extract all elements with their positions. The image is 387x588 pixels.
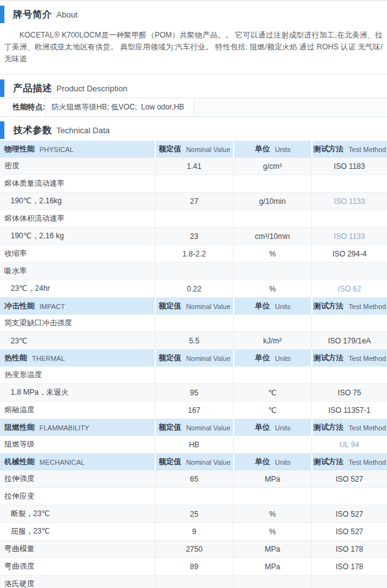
group-title-zh: 冲击性能 [4,301,34,312]
row-test-method: ISO 75 [311,384,387,401]
col-header-method-en: Test Method [349,146,386,153]
row-nominal-value [155,175,233,192]
row-property-name: 吸水率 [0,263,155,280]
row-property-name: 1.8 MPa，未退火 [0,384,155,401]
table-row: 熔融温度167℃ISO 11357-1 [0,402,387,419]
row-property-name: 阻燃等级 [0,436,155,453]
row-test-method: ISO 178 [311,558,387,575]
col-header-value-zh: 额定值 [158,144,181,155]
table-row: 1.8 MPa，未退火95℃ISO 75 [0,384,387,402]
section-title-zh: 产品描述 [13,83,52,94]
group-header-name: 物理性能PHYSICAL [0,141,155,158]
col-header-method-zh: 测试方法 [314,457,344,467]
page-top-border [0,0,387,1]
table-row: 拉伸强度65MPaISO 527 [0,470,387,488]
datasheet-page: 牌号简介 About KOCETAL® K700LOCM是一种聚甲醛（POM）共… [0,0,387,588]
row-property-name: 简支梁缺口冲击强度 [0,315,155,332]
col-header-units-en: Units [275,303,291,310]
col-header-units: 单位Units [233,454,311,470]
section-title-en: Product Description [56,84,127,93]
row-nominal-value: 2750 [155,540,233,557]
col-header-units-en: Units [275,459,291,466]
table-row: 弯曲模量2750MPaISO 178 [0,540,387,558]
col-header-units: 单位Units [233,350,311,367]
col-header-units-zh: 单位 [255,422,270,433]
group-header-name: 阻燃性能FLAMMABILITY [0,419,155,436]
col-header-value: 额定值Nominal Value [155,350,233,367]
col-header-value-en: Nominal Value [186,459,230,466]
group-title-zh: 物理性能 [4,144,34,155]
section-header-about: 牌号简介 About [0,5,387,24]
row-test-method: ISO 178 [311,540,387,557]
row-test-method: ISO 1183 [311,158,387,175]
row-units: ℃ [233,384,311,401]
row-property-name: 拉伸应变 [0,488,155,505]
col-header-value-en: Nominal Value [186,146,230,153]
row-test-method [311,175,387,192]
row-units: g/10min [233,193,311,210]
feature-label: 性能特点: [0,98,45,116]
col-header-units-zh: 单位 [255,144,270,155]
feature-value: 防火阻燃等级HB; 低VOC; Low odor,HB [45,98,194,116]
row-property-name: 断裂，23℃ [0,505,155,522]
row-test-method: ISO 11357-1 [311,402,387,418]
group-title-en: MECHANICAL [39,459,85,466]
row-property-name: 弯曲强度 [0,558,155,575]
section-header-technical-data: 技术参数 Technical Data [0,121,387,139]
row-units: g/cm³ [233,158,311,175]
group-title-en: PHYSICAL [39,146,73,153]
row-nominal-value: 89 [155,558,233,575]
row-units [233,175,311,192]
test-method-link[interactable]: ISO 1133 [311,228,387,245]
row-units: cm³/10min [233,228,311,245]
row-nominal-value: 65 [155,470,233,487]
group-title-en: THERMAL [32,355,65,362]
table-row: 热变形温度 [0,367,387,384]
row-nominal-value: 23 [155,228,233,245]
col-header-value: 额定值Nominal Value [155,298,233,315]
section-technical-data: 技术参数 Technical Data 物理性能PHYSICAL额定值Nomin… [0,121,387,588]
row-nominal-value: 9 [155,523,233,540]
row-units: MPa [233,558,311,575]
row-property-name: 密度 [0,158,155,175]
col-header-value-zh: 额定值 [158,422,181,433]
section-product-description: 产品描述 Product Description 性能特点: 防火阻燃等级HB;… [0,79,387,117]
row-nominal-value [155,575,233,588]
col-header-units-zh: 单位 [255,353,270,363]
table-row: 23℃5.5kJ/m²ISO 179/1eA [0,332,387,350]
group-header-name: 冲击性能IMPACT [0,298,155,315]
row-units [233,575,311,588]
row-property-name: 收缩率 [0,245,155,262]
row-units [233,367,311,383]
row-test-method: ISO 527 [311,470,387,487]
table-row: 190℃，2.16kg27g/10minISO 1133 [0,193,387,210]
row-units [233,263,311,280]
row-test-method: ISO 179/1eA [311,332,387,349]
col-header-value: 额定值Nominal Value [155,419,233,436]
row-property-name: 23℃ [0,332,155,349]
table-row: 吸水率 [0,263,387,280]
group-header-name: 机械性能MECHANICAL [0,454,155,470]
row-test-method [311,210,387,227]
row-nominal-value: HB [155,436,233,453]
section-title-en: Technical Data [56,126,110,135]
col-header-method-en: Test Method [349,303,386,310]
row-units [233,315,311,332]
row-nominal-value: 1.41 [155,158,233,175]
accent-bar-icon [0,6,4,23]
row-property-name: 熔融温度 [0,402,155,418]
row-units: MPa [233,540,311,557]
group-title-zh: 机械性能 [4,457,34,467]
table-row: 密度1.41g/cm³ISO 1183 [0,158,387,175]
test-method-link[interactable]: ISO 62 [311,280,387,297]
col-header-method-en: Test Method [349,424,386,432]
test-method-link[interactable]: UL 94 [311,436,387,453]
row-property-name: 屈服，23℃ [0,523,155,540]
col-header-units-en: Units [275,355,291,362]
col-header-value: 额定值Nominal Value [155,141,233,158]
group-title-zh: 热性能 [4,353,27,363]
test-method-link[interactable]: ISO 1133 [311,193,387,210]
table-group-header: 物理性能PHYSICAL额定值Nominal Value单位Units测试方法T… [0,141,387,158]
col-header-method-en: Test Method [349,459,386,466]
row-property-name: 洛氏硬度 [0,575,155,588]
